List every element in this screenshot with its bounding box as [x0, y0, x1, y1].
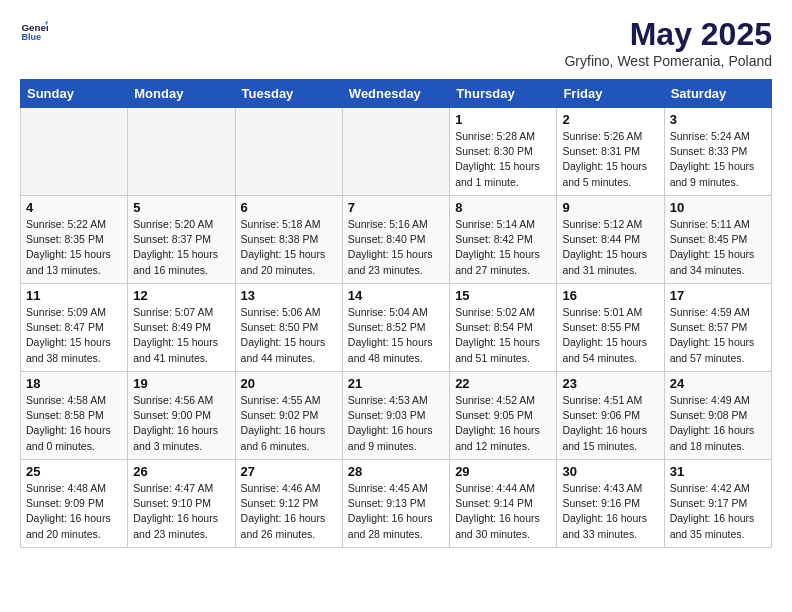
calendar-cell: 26Sunrise: 4:47 AMSunset: 9:10 PMDayligh…	[128, 460, 235, 548]
week-row-5: 25Sunrise: 4:48 AMSunset: 9:09 PMDayligh…	[21, 460, 772, 548]
day-number: 24	[670, 376, 766, 391]
cell-info: Sunrise: 5:02 AMSunset: 8:54 PMDaylight:…	[455, 305, 551, 366]
day-number: 10	[670, 200, 766, 215]
day-number: 12	[133, 288, 229, 303]
week-row-1: 1Sunrise: 5:28 AMSunset: 8:30 PMDaylight…	[21, 108, 772, 196]
cell-info: Sunrise: 5:24 AMSunset: 8:33 PMDaylight:…	[670, 129, 766, 190]
calendar-cell: 7Sunrise: 5:16 AMSunset: 8:40 PMDaylight…	[342, 196, 449, 284]
day-number: 17	[670, 288, 766, 303]
day-number: 16	[562, 288, 658, 303]
day-number: 26	[133, 464, 229, 479]
calendar-cell: 18Sunrise: 4:58 AMSunset: 8:58 PMDayligh…	[21, 372, 128, 460]
cell-info: Sunrise: 4:42 AMSunset: 9:17 PMDaylight:…	[670, 481, 766, 542]
cell-info: Sunrise: 5:28 AMSunset: 8:30 PMDaylight:…	[455, 129, 551, 190]
calendar-cell: 16Sunrise: 5:01 AMSunset: 8:55 PMDayligh…	[557, 284, 664, 372]
day-number: 14	[348, 288, 444, 303]
cell-info: Sunrise: 4:47 AMSunset: 9:10 PMDaylight:…	[133, 481, 229, 542]
day-number: 9	[562, 200, 658, 215]
svg-text:Blue: Blue	[21, 32, 41, 42]
calendar-cell: 5Sunrise: 5:20 AMSunset: 8:37 PMDaylight…	[128, 196, 235, 284]
cell-info: Sunrise: 5:22 AMSunset: 8:35 PMDaylight:…	[26, 217, 122, 278]
day-number: 15	[455, 288, 551, 303]
calendar-cell	[21, 108, 128, 196]
calendar-cell: 2Sunrise: 5:26 AMSunset: 8:31 PMDaylight…	[557, 108, 664, 196]
calendar-cell: 17Sunrise: 4:59 AMSunset: 8:57 PMDayligh…	[664, 284, 771, 372]
col-header-monday: Monday	[128, 80, 235, 108]
cell-info: Sunrise: 4:56 AMSunset: 9:00 PMDaylight:…	[133, 393, 229, 454]
col-header-sunday: Sunday	[21, 80, 128, 108]
calendar-cell	[128, 108, 235, 196]
day-number: 7	[348, 200, 444, 215]
day-number: 6	[241, 200, 337, 215]
cell-info: Sunrise: 5:18 AMSunset: 8:38 PMDaylight:…	[241, 217, 337, 278]
calendar-cell: 12Sunrise: 5:07 AMSunset: 8:49 PMDayligh…	[128, 284, 235, 372]
col-header-wednesday: Wednesday	[342, 80, 449, 108]
cell-info: Sunrise: 4:46 AMSunset: 9:12 PMDaylight:…	[241, 481, 337, 542]
week-row-4: 18Sunrise: 4:58 AMSunset: 8:58 PMDayligh…	[21, 372, 772, 460]
cell-info: Sunrise: 4:48 AMSunset: 9:09 PMDaylight:…	[26, 481, 122, 542]
day-number: 31	[670, 464, 766, 479]
cell-info: Sunrise: 5:16 AMSunset: 8:40 PMDaylight:…	[348, 217, 444, 278]
day-number: 28	[348, 464, 444, 479]
day-number: 30	[562, 464, 658, 479]
day-number: 27	[241, 464, 337, 479]
calendar-cell: 28Sunrise: 4:45 AMSunset: 9:13 PMDayligh…	[342, 460, 449, 548]
col-header-tuesday: Tuesday	[235, 80, 342, 108]
calendar-cell: 23Sunrise: 4:51 AMSunset: 9:06 PMDayligh…	[557, 372, 664, 460]
calendar-cell: 15Sunrise: 5:02 AMSunset: 8:54 PMDayligh…	[450, 284, 557, 372]
calendar-cell: 10Sunrise: 5:11 AMSunset: 8:45 PMDayligh…	[664, 196, 771, 284]
logo: General Blue	[20, 16, 48, 44]
calendar-cell: 27Sunrise: 4:46 AMSunset: 9:12 PMDayligh…	[235, 460, 342, 548]
day-number: 4	[26, 200, 122, 215]
calendar-cell: 29Sunrise: 4:44 AMSunset: 9:14 PMDayligh…	[450, 460, 557, 548]
day-number: 13	[241, 288, 337, 303]
calendar-cell: 4Sunrise: 5:22 AMSunset: 8:35 PMDaylight…	[21, 196, 128, 284]
day-number: 29	[455, 464, 551, 479]
calendar-cell: 6Sunrise: 5:18 AMSunset: 8:38 PMDaylight…	[235, 196, 342, 284]
calendar-cell: 25Sunrise: 4:48 AMSunset: 9:09 PMDayligh…	[21, 460, 128, 548]
day-number: 25	[26, 464, 122, 479]
calendar-cell: 20Sunrise: 4:55 AMSunset: 9:02 PMDayligh…	[235, 372, 342, 460]
day-number: 23	[562, 376, 658, 391]
calendar-cell	[342, 108, 449, 196]
week-row-3: 11Sunrise: 5:09 AMSunset: 8:47 PMDayligh…	[21, 284, 772, 372]
cell-info: Sunrise: 5:01 AMSunset: 8:55 PMDaylight:…	[562, 305, 658, 366]
calendar-cell: 1Sunrise: 5:28 AMSunset: 8:30 PMDaylight…	[450, 108, 557, 196]
col-header-thursday: Thursday	[450, 80, 557, 108]
cell-info: Sunrise: 4:53 AMSunset: 9:03 PMDaylight:…	[348, 393, 444, 454]
cell-info: Sunrise: 4:59 AMSunset: 8:57 PMDaylight:…	[670, 305, 766, 366]
calendar-cell: 24Sunrise: 4:49 AMSunset: 9:08 PMDayligh…	[664, 372, 771, 460]
calendar-cell: 19Sunrise: 4:56 AMSunset: 9:00 PMDayligh…	[128, 372, 235, 460]
calendar-table: SundayMondayTuesdayWednesdayThursdayFrid…	[20, 79, 772, 548]
day-number: 11	[26, 288, 122, 303]
cell-info: Sunrise: 5:26 AMSunset: 8:31 PMDaylight:…	[562, 129, 658, 190]
cell-info: Sunrise: 5:11 AMSunset: 8:45 PMDaylight:…	[670, 217, 766, 278]
calendar-cell: 31Sunrise: 4:42 AMSunset: 9:17 PMDayligh…	[664, 460, 771, 548]
cell-info: Sunrise: 5:09 AMSunset: 8:47 PMDaylight:…	[26, 305, 122, 366]
day-number: 18	[26, 376, 122, 391]
cell-info: Sunrise: 4:58 AMSunset: 8:58 PMDaylight:…	[26, 393, 122, 454]
calendar-cell: 9Sunrise: 5:12 AMSunset: 8:44 PMDaylight…	[557, 196, 664, 284]
calendar-cell: 14Sunrise: 5:04 AMSunset: 8:52 PMDayligh…	[342, 284, 449, 372]
cell-info: Sunrise: 5:06 AMSunset: 8:50 PMDaylight:…	[241, 305, 337, 366]
cell-info: Sunrise: 4:52 AMSunset: 9:05 PMDaylight:…	[455, 393, 551, 454]
cell-info: Sunrise: 5:20 AMSunset: 8:37 PMDaylight:…	[133, 217, 229, 278]
day-number: 3	[670, 112, 766, 127]
header: General Blue May 2025 Gryfino, West Pome…	[20, 16, 772, 69]
cell-info: Sunrise: 4:51 AMSunset: 9:06 PMDaylight:…	[562, 393, 658, 454]
header-row: SundayMondayTuesdayWednesdayThursdayFrid…	[21, 80, 772, 108]
day-number: 21	[348, 376, 444, 391]
calendar-cell: 22Sunrise: 4:52 AMSunset: 9:05 PMDayligh…	[450, 372, 557, 460]
calendar-cell: 21Sunrise: 4:53 AMSunset: 9:03 PMDayligh…	[342, 372, 449, 460]
week-row-2: 4Sunrise: 5:22 AMSunset: 8:35 PMDaylight…	[21, 196, 772, 284]
col-header-friday: Friday	[557, 80, 664, 108]
subtitle: Gryfino, West Pomerania, Poland	[564, 53, 772, 69]
calendar-cell: 8Sunrise: 5:14 AMSunset: 8:42 PMDaylight…	[450, 196, 557, 284]
cell-info: Sunrise: 4:55 AMSunset: 9:02 PMDaylight:…	[241, 393, 337, 454]
logo-icon: General Blue	[20, 16, 48, 44]
calendar-cell: 30Sunrise: 4:43 AMSunset: 9:16 PMDayligh…	[557, 460, 664, 548]
calendar-cell	[235, 108, 342, 196]
day-number: 1	[455, 112, 551, 127]
day-number: 19	[133, 376, 229, 391]
day-number: 5	[133, 200, 229, 215]
